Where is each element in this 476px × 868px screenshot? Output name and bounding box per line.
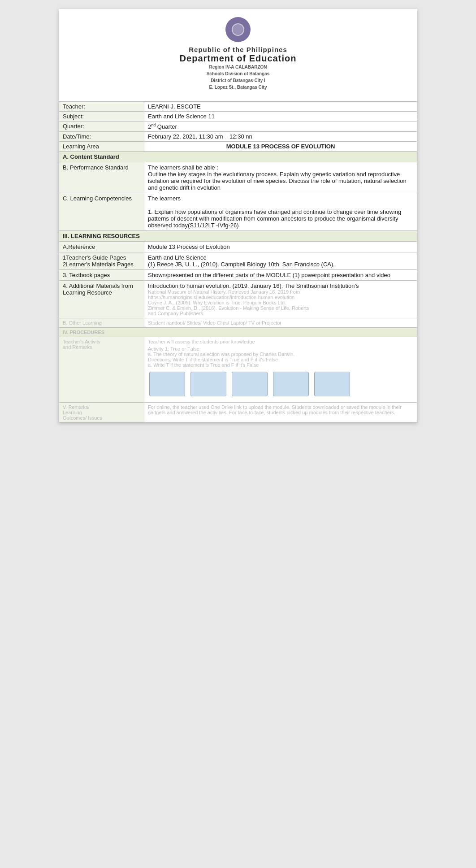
content-standard-label: A. Content Standard — [59, 152, 417, 162]
reference-value: Module 13 Process of Evolution — [144, 242, 417, 252]
procedures-detail-label: Teacher's Activity and Remarks — [59, 337, 144, 403]
org-name-2: Department of Education — [180, 53, 297, 64]
procedures-label: IV. PROCEDURES — [59, 328, 417, 337]
content-standard-row: A. Content Standard — [59, 152, 417, 162]
remarks-label-text3: Outcomes/ Issues — [63, 415, 140, 421]
org-name-1: Republic of the Philippines — [180, 46, 297, 53]
performance-standard-row: B. Performance Standard The learners sha… — [59, 162, 417, 193]
additional-label: 4. Additional Materials from Learning Re… — [59, 281, 144, 318]
org-sub-2: Schools Division of Batangas — [180, 70, 297, 77]
procedures-row: IV. PROCEDURES — [59, 328, 417, 337]
additional-value: Introduction to human evolution. (2019, … — [144, 281, 417, 318]
date-value: February 22, 2021, 11:30 am – 12:30 nn — [144, 132, 417, 142]
activity-4: a. Write T if the statement is True and … — [148, 362, 413, 368]
quarter-value: 2nd Quarter — [144, 122, 417, 132]
performance-standard-value: The learners shall be able : Outline the… — [144, 162, 417, 193]
org-sub-3: District of Batangas City I — [180, 77, 297, 84]
guide-materials-value: Earth and Life Science (1) Reece JB, U. … — [144, 252, 417, 270]
remarks-label-text: V. Remarks/ — [63, 404, 140, 410]
box-3 — [232, 372, 268, 396]
quarter-label: Quarter: — [59, 122, 144, 132]
other-learning-value: Student handout/ Slides/ Video Clips/ La… — [144, 318, 417, 328]
learning-resources-header-row: III. LEARNING RESOURCES — [59, 231, 417, 242]
remarks-label-text2: Learning — [63, 410, 140, 415]
blurred-line4: Zimmer C. & Emlen, D., (2016). Evolution… — [148, 305, 413, 311]
boxes-row — [148, 368, 413, 400]
blurred-line5: and Company Publishers. — [148, 311, 413, 316]
learning-competencies-label: C. Learning Competencies — [59, 193, 144, 231]
activity-2: a. The theory of natural selection was p… — [148, 352, 413, 357]
reference-row: A.Reference Module 13 Process of Evoluti… — [59, 242, 417, 252]
performance-standard-text: The learners shall be able : — [148, 164, 413, 171]
learning-resources-header: III. LEARNING RESOURCES — [59, 231, 417, 242]
additional-value-text: Introduction to human evolution. (2019, … — [148, 282, 413, 289]
other-learning-row: B. Other Learning Student handout/ Slide… — [59, 318, 417, 328]
quarter-row: Quarter: 2nd Quarter — [59, 122, 417, 132]
procedures-detail-value: Teacher will assess the students prior k… — [144, 337, 417, 403]
document-header: Republic of the Philippines Department o… — [59, 9, 417, 97]
date-label: Date/Time: — [59, 132, 144, 142]
proc-label: Teacher's Activity — [63, 339, 140, 344]
guide-materials-row: 1Teacher's Guide Pages 2Learner's Materi… — [59, 252, 417, 270]
reference-label: A.Reference — [59, 242, 144, 252]
box-5 — [314, 372, 350, 396]
teacher-label: Teacher: — [59, 102, 144, 112]
subject-value: Earth and Life Science 11 — [144, 112, 417, 122]
remarks-value: For online, the teacher used One Drive l… — [144, 403, 417, 423]
learning-competencies-row: C. Learning Competencies The learners 1.… — [59, 193, 417, 231]
box-1 — [149, 372, 185, 396]
subject-label: Subject: — [59, 112, 144, 122]
textbook-value: Shown/presented on the different parts o… — [144, 270, 417, 281]
box-2 — [190, 372, 226, 396]
org-sub-4: E. Lopez St., Batangas City — [180, 84, 297, 91]
header-text: Republic of the Philippines Department o… — [180, 46, 297, 91]
main-table: Teacher: LEARNI J. ESCOTE Subject: Earth… — [59, 101, 417, 423]
learning-competencies-detail: 1. Explain how populations of organisms … — [148, 208, 413, 229]
area-value: MODULE 13 PROCESS OF EVOLUTION — [144, 142, 417, 152]
teacher-value: LEARNI J. ESCOTE — [144, 102, 417, 112]
box-4 — [273, 372, 309, 396]
textbook-label: 3. Textbook pages — [59, 270, 144, 281]
page: Republic of the Philippines Department o… — [59, 9, 417, 423]
teacher-guide-label: 1Teacher's Guide Pages 2Learner's Materi… — [59, 252, 144, 270]
learner-materials-value: (1) Reece JB, U. L., (2010). Campbell Bi… — [148, 261, 413, 268]
logo-inner-circle — [232, 23, 244, 36]
logo-icon — [225, 17, 251, 42]
other-learning-label: B. Other Learning — [59, 318, 144, 328]
remarks-label: V. Remarks/ Learning Outcomes/ Issues — [59, 403, 144, 423]
performance-standard-label: B. Performance Standard — [59, 162, 144, 193]
additional-materials-row: 4. Additional Materials from Learning Re… — [59, 281, 417, 318]
date-row: Date/Time: February 22, 2021, 11:30 am –… — [59, 132, 417, 142]
learner-materials-label: 2Learner's Materials Pages — [63, 261, 140, 268]
proc-detail: Teacher will assess the students prior k… — [148, 339, 413, 344]
activity-3: Directions: Write T if the statement is … — [148, 357, 413, 362]
org-sub-1: Region IV-A CALABARZON — [180, 64, 297, 70]
blurred-line1: National Museum of Natural History. Retr… — [148, 289, 413, 295]
blurred-line2: https://humanorigins.si.edu/education/in… — [148, 295, 413, 300]
teacher-row: Teacher: LEARNI J. ESCOTE — [59, 102, 417, 112]
performance-standard-detail: Outline the key stages in the evolutiona… — [148, 171, 413, 191]
subject-row: Subject: Earth and Life Science 11 — [59, 112, 417, 122]
teacher-guide-value: Earth and Life Science — [148, 254, 413, 261]
remarks-row: V. Remarks/ Learning Outcomes/ Issues Fo… — [59, 403, 417, 423]
teacher-guide-label-text: 1Teacher's Guide Pages — [63, 254, 140, 261]
area-label: Learning Area — [59, 142, 144, 152]
activity-1: Activity 1: True or False — [148, 346, 413, 352]
learning-competencies-value: The learners 1. Explain how populations … — [144, 193, 417, 231]
proc-label2: and Remarks — [63, 344, 140, 350]
learning-competencies-text: The learners — [148, 195, 413, 202]
procedures-detail-row: Teacher's Activity and Remarks Teacher w… — [59, 337, 417, 403]
area-row: Learning Area MODULE 13 PROCESS OF EVOLU… — [59, 142, 417, 152]
textbook-row: 3. Textbook pages Shown/presented on the… — [59, 270, 417, 281]
blurred-line3: Coyne J. A., (2009). Why Evolution is Tr… — [148, 300, 413, 305]
